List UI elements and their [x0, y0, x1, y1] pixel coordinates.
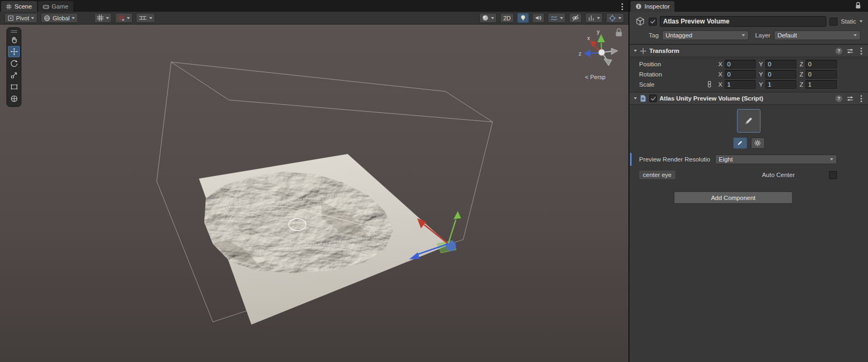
2d-label: 2D	[503, 15, 511, 21]
position-y-field[interactable]	[765, 60, 796, 68]
transform-tool-button[interactable]	[8, 93, 20, 104]
component-menu[interactable]	[861, 98, 862, 99]
tab-scene[interactable]: Scene	[1, 1, 37, 12]
scene-toolbar: Pivot Global	[0, 12, 628, 25]
rotation-z-field[interactable]	[805, 70, 837, 79]
audio-toggle[interactable]	[532, 13, 544, 23]
scale-tool-button[interactable]	[8, 70, 20, 81]
link-scale-icon[interactable]	[706, 81, 712, 88]
grid-snap-dropdown[interactable]	[94, 13, 112, 23]
grid-axis-icon	[139, 14, 147, 21]
render-mode-dropdown[interactable]	[479, 13, 497, 23]
axis-x-label: x	[587, 35, 590, 41]
transform-title: Transform	[649, 48, 679, 54]
script-body: Preview Render Resolutio Eight center ey…	[629, 105, 868, 204]
rotation-x-field[interactable]	[725, 70, 756, 79]
position-z-field[interactable]	[805, 60, 837, 68]
component-menu[interactable]	[861, 50, 862, 52]
camera-settings-dropdown[interactable]	[585, 13, 603, 23]
scene-tab-options-menu[interactable]	[621, 6, 623, 7]
tab-game[interactable]: Game	[38, 1, 73, 12]
hand-tool-button[interactable]	[8, 34, 20, 45]
scale-icon	[10, 71, 18, 79]
scale-z-field[interactable]	[805, 80, 837, 89]
light-bulb-icon	[520, 14, 526, 21]
gameobject-header: Static Tag Untagged Layer Default	[629, 12, 868, 44]
position-x-field[interactable]	[725, 60, 756, 68]
lock-icon[interactable]	[855, 2, 862, 9]
effects-dropdown[interactable]	[548, 13, 566, 23]
speaker-icon	[535, 14, 542, 21]
unity-editor: Scene Game Pivot Global	[0, 0, 868, 362]
scale-x-field[interactable]	[725, 80, 756, 89]
chevron-down-icon	[106, 17, 109, 19]
pivot-dropdown[interactable]: Pivot	[4, 13, 37, 23]
auto-center-label: Auto Center	[762, 172, 795, 178]
palette-drag-handle[interactable]	[8, 29, 20, 34]
eye-slash-icon	[572, 14, 579, 21]
tab-inspector[interactable]: Inspector	[631, 1, 674, 12]
tag-value: Untagged	[666, 32, 693, 38]
tab-game-label: Game	[52, 3, 68, 10]
chevron-down-icon	[491, 17, 494, 19]
active-checkbox[interactable]	[649, 18, 657, 26]
resolution-dropdown[interactable]: Eight	[715, 155, 837, 164]
rotation-y-field[interactable]	[765, 70, 796, 79]
rotation-row: Rotation X Y Z	[629, 69, 868, 79]
help-icon[interactable]: ?	[835, 95, 842, 102]
rotate-tool-button[interactable]	[8, 58, 20, 69]
resolution-label[interactable]: Preview Render Resolutio	[639, 156, 715, 163]
foldout-arrow[interactable]	[634, 50, 637, 52]
chevron-down-icon	[72, 17, 75, 19]
gameobject-cube-icon[interactable]	[635, 16, 646, 27]
preview-resolution-row: Preview Render Resolutio Eight	[629, 155, 868, 164]
center-eye-field[interactable]: center eye	[639, 171, 675, 179]
edit-mode-button[interactable]	[733, 137, 747, 149]
presets-icon[interactable]	[847, 48, 854, 55]
snap-increment-dropdown[interactable]	[115, 13, 133, 23]
global-dropdown[interactable]: Global	[41, 13, 78, 23]
gizmos-dropdown[interactable]	[606, 13, 624, 23]
center-eye-row: center eye Auto Center	[629, 170, 868, 180]
axis-y-label: Y	[759, 81, 763, 88]
help-icon[interactable]: ?	[835, 48, 842, 55]
inspector-panel: Inspector Static Tag Untagged Layer	[628, 0, 868, 362]
layer-dropdown[interactable]: Default	[774, 30, 861, 40]
rotate-icon	[10, 59, 18, 67]
presets-icon[interactable]	[847, 95, 854, 102]
grid-visibility-dropdown[interactable]	[136, 13, 155, 23]
scene-visibility-toggle[interactable]	[569, 13, 582, 23]
add-component-button[interactable]: Add Component	[674, 191, 793, 204]
rect-tool-button[interactable]	[8, 81, 20, 93]
static-flags-dropdown[interactable]	[859, 20, 863, 22]
scene-viewport[interactable]: y x z < Persp	[0, 25, 628, 362]
scale-label[interactable]: Scale	[639, 81, 706, 88]
transform-component-header[interactable]: Transform ?	[629, 44, 868, 57]
static-checkbox[interactable]	[829, 18, 838, 26]
transform-body: Position X Y Z Rotation X Y Z Scale X Y	[629, 57, 868, 92]
move-tool-button[interactable]	[8, 46, 20, 57]
scale-y-field[interactable]	[765, 80, 796, 89]
object-name-field[interactable]	[660, 16, 826, 27]
position-label[interactable]: Position	[639, 61, 706, 67]
chevron-down-icon	[618, 17, 621, 19]
gizmo-center-ball[interactable]	[598, 49, 605, 56]
auto-center-checkbox[interactable]	[829, 171, 837, 179]
script-component-header[interactable]: Atlas Unity Preview Volume (Script) ?	[629, 92, 868, 105]
view-2d-toggle[interactable]: 2D	[500, 13, 514, 23]
edit-volume-button[interactable]	[737, 109, 761, 133]
settings-mode-button[interactable]	[751, 137, 765, 149]
scene-tab-icon	[6, 4, 12, 10]
axis-z-label: Z	[800, 61, 803, 67]
foldout-arrow[interactable]	[634, 97, 637, 99]
gear-icon	[754, 140, 761, 147]
pencil-icon	[736, 140, 743, 147]
axis-y-label: Y	[759, 71, 763, 78]
scene-3d-render: y x z < Persp	[0, 25, 628, 362]
lighting-toggle[interactable]	[517, 13, 529, 23]
projection-label[interactable]: < Persp	[585, 74, 605, 80]
script-enabled-checkbox[interactable]	[649, 95, 657, 102]
axis-x-label: X	[718, 81, 723, 88]
tag-dropdown[interactable]: Untagged	[662, 30, 749, 40]
rotation-label[interactable]: Rotation	[639, 71, 706, 78]
